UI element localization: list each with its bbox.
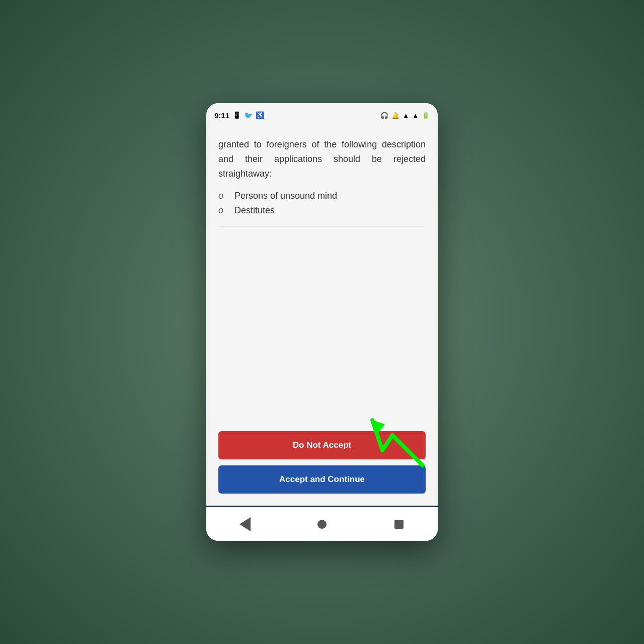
accessibility-icon: ♿: [256, 111, 264, 119]
accept-continue-button[interactable]: Accept and Continue: [218, 465, 426, 494]
main-paragraph: granted to foreigners of the following d…: [218, 137, 426, 181]
do-not-accept-button[interactable]: Do Not Accept: [218, 431, 426, 459]
home-button[interactable]: [309, 512, 335, 537]
twitter-icon: 🐦: [244, 111, 253, 119]
phone-frame: 9:11 📱 🐦 ♿ 🎧 🔔 ▲ ▲ 🔋 granted to foreigne…: [206, 103, 438, 541]
bullet-marker: o: [218, 191, 228, 201]
bullet-marker: o: [218, 205, 228, 216]
notification-icon: 🔔: [391, 112, 399, 119]
signal-icon: ▲: [412, 112, 419, 119]
list-item-text: Destitutes: [234, 205, 275, 216]
headphone-icon: 🎧: [380, 112, 388, 119]
list-item-text: Persons of unsound mind: [234, 191, 337, 201]
status-bar: 9:11 📱 🐦 ♿ 🎧 🔔 ▲ ▲ 🔋: [206, 103, 438, 127]
text-content: granted to foreigners of the following d…: [206, 127, 438, 431]
back-icon: [239, 517, 251, 531]
bullet-list: o Persons of unsound mind o Destitutes: [218, 189, 426, 218]
recents-icon: [394, 520, 404, 529]
recents-button[interactable]: [386, 512, 412, 537]
content-area: granted to foreigners of the following d…: [206, 127, 438, 506]
whatsapp-icon: 📱: [232, 111, 241, 119]
navigation-bar: [206, 506, 438, 541]
wifi-icon: ▲: [403, 112, 409, 119]
list-item: o Destitutes: [218, 203, 426, 218]
battery-icon: 🔋: [422, 112, 430, 119]
list-item: o Persons of unsound mind: [218, 189, 426, 203]
back-button[interactable]: [232, 512, 258, 537]
button-area: Do Not Accept Accept and Continue: [206, 431, 438, 506]
home-icon: [317, 520, 327, 529]
status-time: 9:11: [214, 111, 229, 120]
divider: [218, 226, 426, 226]
